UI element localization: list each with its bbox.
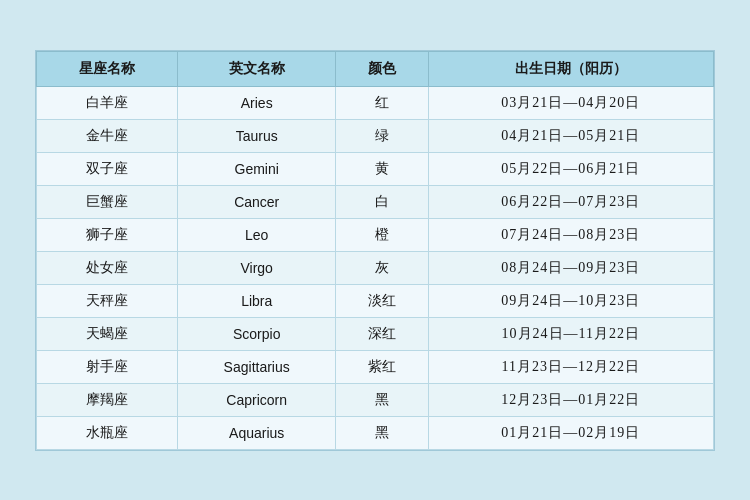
- table-row: 巨蟹座Cancer白06月22日—07月23日: [37, 185, 714, 218]
- table-row: 狮子座Leo橙07月24日—08月23日: [37, 218, 714, 251]
- table-header-row: 星座名称 英文名称 颜色 出生日期（阳历）: [37, 51, 714, 86]
- cell-color: 淡红: [336, 284, 428, 317]
- cell-english-name: Aries: [177, 86, 336, 119]
- cell-english-name: Taurus: [177, 119, 336, 152]
- cell-chinese-name: 白羊座: [37, 86, 178, 119]
- table-row: 处女座Virgo灰08月24日—09月23日: [37, 251, 714, 284]
- cell-color: 黑: [336, 383, 428, 416]
- cell-color: 黑: [336, 416, 428, 449]
- cell-chinese-name: 射手座: [37, 350, 178, 383]
- cell-dates: 06月22日—07月23日: [428, 185, 713, 218]
- cell-color: 红: [336, 86, 428, 119]
- cell-dates: 10月24日—11月22日: [428, 317, 713, 350]
- zodiac-table-container: 星座名称 英文名称 颜色 出生日期（阳历） 白羊座Aries红03月21日—04…: [35, 50, 715, 451]
- header-dates: 出生日期（阳历）: [428, 51, 713, 86]
- cell-english-name: Gemini: [177, 152, 336, 185]
- header-english-name: 英文名称: [177, 51, 336, 86]
- table-row: 白羊座Aries红03月21日—04月20日: [37, 86, 714, 119]
- cell-dates: 04月21日—05月21日: [428, 119, 713, 152]
- cell-color: 紫红: [336, 350, 428, 383]
- cell-color: 深红: [336, 317, 428, 350]
- table-body: 白羊座Aries红03月21日—04月20日金牛座Taurus绿04月21日—0…: [37, 86, 714, 449]
- cell-color: 灰: [336, 251, 428, 284]
- table-row: 双子座Gemini黄05月22日—06月21日: [37, 152, 714, 185]
- cell-chinese-name: 金牛座: [37, 119, 178, 152]
- cell-chinese-name: 摩羯座: [37, 383, 178, 416]
- cell-english-name: Aquarius: [177, 416, 336, 449]
- cell-chinese-name: 处女座: [37, 251, 178, 284]
- cell-dates: 09月24日—10月23日: [428, 284, 713, 317]
- cell-dates: 12月23日—01月22日: [428, 383, 713, 416]
- table-row: 天秤座Libra淡红09月24日—10月23日: [37, 284, 714, 317]
- header-color: 颜色: [336, 51, 428, 86]
- cell-color: 黄: [336, 152, 428, 185]
- cell-english-name: Capricorn: [177, 383, 336, 416]
- table-row: 天蝎座Scorpio深红10月24日—11月22日: [37, 317, 714, 350]
- cell-chinese-name: 天蝎座: [37, 317, 178, 350]
- cell-dates: 01月21日—02月19日: [428, 416, 713, 449]
- cell-english-name: Virgo: [177, 251, 336, 284]
- cell-dates: 08月24日—09月23日: [428, 251, 713, 284]
- zodiac-table: 星座名称 英文名称 颜色 出生日期（阳历） 白羊座Aries红03月21日—04…: [36, 51, 714, 450]
- header-chinese-name: 星座名称: [37, 51, 178, 86]
- cell-color: 绿: [336, 119, 428, 152]
- cell-dates: 05月22日—06月21日: [428, 152, 713, 185]
- cell-chinese-name: 双子座: [37, 152, 178, 185]
- table-row: 水瓶座Aquarius黑01月21日—02月19日: [37, 416, 714, 449]
- cell-chinese-name: 狮子座: [37, 218, 178, 251]
- table-row: 摩羯座Capricorn黑12月23日—01月22日: [37, 383, 714, 416]
- cell-color: 橙: [336, 218, 428, 251]
- cell-english-name: Libra: [177, 284, 336, 317]
- cell-chinese-name: 水瓶座: [37, 416, 178, 449]
- cell-dates: 11月23日—12月22日: [428, 350, 713, 383]
- cell-english-name: Sagittarius: [177, 350, 336, 383]
- cell-color: 白: [336, 185, 428, 218]
- cell-dates: 03月21日—04月20日: [428, 86, 713, 119]
- cell-english-name: Cancer: [177, 185, 336, 218]
- cell-english-name: Leo: [177, 218, 336, 251]
- cell-dates: 07月24日—08月23日: [428, 218, 713, 251]
- table-row: 金牛座Taurus绿04月21日—05月21日: [37, 119, 714, 152]
- table-row: 射手座Sagittarius紫红11月23日—12月22日: [37, 350, 714, 383]
- cell-chinese-name: 巨蟹座: [37, 185, 178, 218]
- cell-english-name: Scorpio: [177, 317, 336, 350]
- cell-chinese-name: 天秤座: [37, 284, 178, 317]
